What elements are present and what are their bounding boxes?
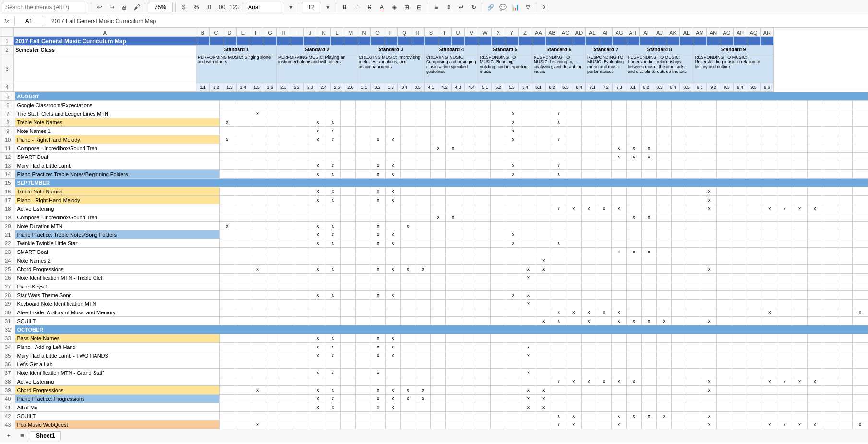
cell-30-31[interactable] — [687, 308, 702, 317]
cell-40-25[interactable] — [596, 395, 611, 403]
cell-21-15[interactable] — [446, 230, 461, 239]
cell-40-37[interactable] — [777, 395, 792, 403]
cell-26-40[interactable] — [822, 274, 837, 282]
cell-35-16[interactable] — [461, 351, 476, 360]
cell-11-24[interactable] — [581, 144, 596, 153]
cell-18-32[interactable]: x — [702, 204, 716, 213]
cell-24-32[interactable] — [702, 256, 716, 265]
cell-22-38[interactable] — [792, 239, 807, 248]
cell-22-15[interactable] — [446, 239, 461, 248]
cell-9-21[interactable] — [536, 127, 551, 135]
cell-37-14[interactable] — [430, 369, 445, 377]
link-button[interactable]: 🔗 — [485, 1, 496, 13]
cell-12-5[interactable] — [295, 153, 310, 161]
cell-19-41[interactable] — [837, 213, 852, 222]
cell-39-14[interactable] — [430, 386, 445, 395]
cell-38-8[interactable] — [340, 377, 355, 386]
cell-8-40[interactable] — [822, 118, 837, 127]
cell-19-28[interactable]: x — [642, 213, 656, 222]
cell-42-42[interactable] — [852, 412, 868, 420]
cell-14-3[interactable] — [265, 170, 280, 179]
cell-39-13[interactable]: x — [416, 386, 430, 395]
cell-10-40[interactable] — [822, 135, 837, 144]
cell-14-10[interactable]: x — [370, 170, 385, 179]
cell-41-12[interactable] — [401, 403, 416, 412]
cell-42-16[interactable] — [461, 412, 476, 420]
cell-43-32[interactable]: x — [702, 420, 716, 429]
cell-38-18[interactable] — [491, 377, 506, 386]
cell-24-26[interactable] — [611, 256, 626, 265]
cell-28-40[interactable] — [822, 291, 837, 300]
cell-33-31[interactable] — [687, 334, 702, 343]
col-header-AK[interactable]: AK — [666, 28, 680, 37]
cell-20-16[interactable] — [461, 222, 476, 230]
cell-33-29[interactable] — [656, 334, 671, 343]
cell-35-14[interactable] — [430, 351, 445, 360]
cell-36-21[interactable] — [536, 360, 551, 369]
cell-43-0[interactable] — [220, 420, 235, 429]
cell-38-37[interactable]: x — [777, 377, 792, 386]
cell-24-27[interactable] — [627, 256, 642, 265]
cell-27-33[interactable] — [717, 282, 732, 291]
cell-10-24[interactable] — [581, 135, 596, 144]
col-header-H[interactable]: H — [277, 28, 290, 37]
cell-9-41[interactable] — [837, 127, 852, 135]
cell-19-29[interactable] — [656, 213, 671, 222]
cell-43-40[interactable] — [822, 420, 837, 429]
cell-16-27[interactable] — [627, 187, 642, 196]
cell-7-13[interactable] — [416, 109, 430, 118]
cell-26-33[interactable] — [717, 274, 732, 282]
cell-42-21[interactable] — [536, 412, 551, 420]
cell-18-20[interactable] — [521, 204, 536, 213]
cell-37-5[interactable] — [295, 369, 310, 377]
cell-34-32[interactable] — [702, 343, 716, 351]
sub-5-4[interactable]: 5.4 — [519, 83, 532, 92]
cell-13-42[interactable] — [852, 161, 868, 170]
cell-28-21[interactable] — [536, 291, 551, 300]
cell-27-38[interactable] — [792, 282, 807, 291]
cell-13-25[interactable] — [596, 161, 611, 170]
cell-23-15[interactable] — [446, 248, 461, 256]
cell-9-34[interactable] — [732, 127, 747, 135]
col-header-V[interactable]: V — [465, 28, 478, 37]
cell-10-6[interactable]: x — [310, 135, 325, 144]
cell-11-27[interactable]: x — [627, 144, 642, 153]
cell-28-36[interactable] — [762, 291, 777, 300]
cell-20-13[interactable] — [416, 222, 430, 230]
cell-36-37[interactable] — [777, 360, 792, 369]
cell-28-15[interactable] — [446, 291, 461, 300]
cell-21-1[interactable] — [235, 230, 250, 239]
cell-41-10[interactable]: x — [370, 403, 385, 412]
cell-14-41[interactable] — [837, 170, 852, 179]
cell-8-34[interactable] — [732, 118, 747, 127]
cell-14-33[interactable] — [717, 170, 732, 179]
cell-40-35[interactable] — [747, 395, 762, 403]
cell-31-17[interactable] — [476, 317, 491, 325]
cell-31-7[interactable] — [325, 317, 340, 325]
cell-27-30[interactable] — [672, 282, 687, 291]
cell-9-24[interactable] — [581, 127, 596, 135]
cell-14-32[interactable] — [702, 170, 716, 179]
cell-23-18[interactable] — [491, 248, 506, 256]
cell-33-10[interactable]: x — [370, 334, 385, 343]
cell-24-38[interactable] — [792, 256, 807, 265]
cell-36-23[interactable] — [566, 360, 581, 369]
cell-31-25[interactable] — [596, 317, 611, 325]
cell-25-18[interactable] — [491, 265, 506, 274]
cell-35-24[interactable] — [581, 351, 596, 360]
cell-26-30[interactable] — [672, 274, 687, 282]
cell-26-8[interactable] — [340, 274, 355, 282]
cell-21-28[interactable] — [642, 230, 656, 239]
cell-42-33[interactable] — [717, 412, 732, 420]
cell-26-25[interactable] — [596, 274, 611, 282]
cell-27-6[interactable] — [310, 282, 325, 291]
cell-43-41[interactable] — [837, 420, 852, 429]
cell-6-26[interactable] — [611, 101, 626, 109]
cell-43-26[interactable]: x — [611, 420, 626, 429]
cell-18-42[interactable] — [852, 204, 868, 213]
cell-36-3[interactable] — [265, 360, 280, 369]
cell-10-16[interactable] — [461, 135, 476, 144]
cell-6-16[interactable] — [461, 101, 476, 109]
cell-A10[interactable]: Piano - Right Hand Melody — [15, 135, 220, 144]
cell-39-3[interactable] — [265, 386, 280, 395]
